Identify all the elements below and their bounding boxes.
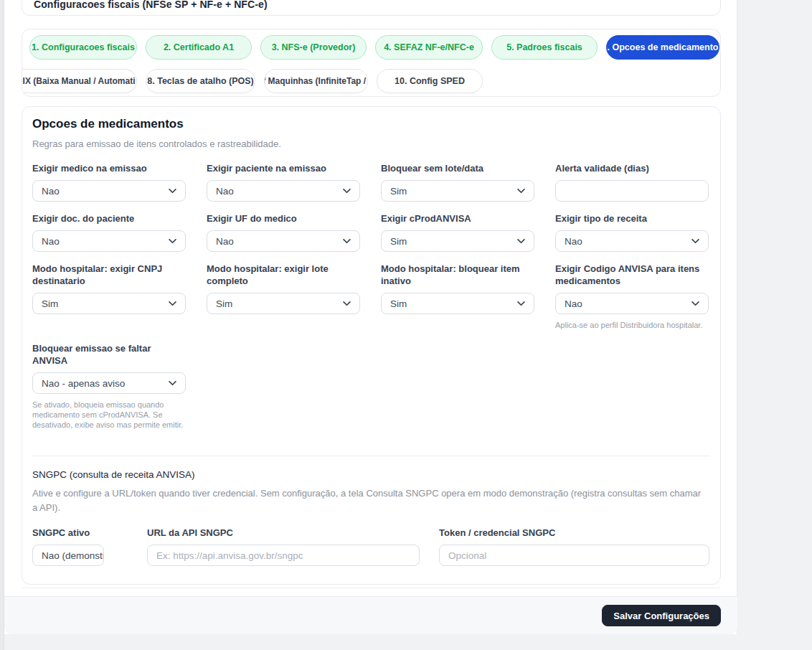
sngpc-token-input[interactable] [439,545,709,566]
section-divider [32,456,710,456]
field-helper: Se ativado, bloqueia emissao quando medi… [32,400,186,430]
select-exigir-paciente[interactable]: Nao [207,180,360,202]
tab-maquinhas-infinitetap[interactable]: af Maquinhas (InfiniteTap / S [264,69,368,93]
medications-options-card: Opcoes de medicamentos Regras para emiss… [22,106,721,585]
sngpc-fields-row: SNGPC ativo Nao (demonstra URL da API SN… [32,527,710,566]
field-exigir-doc-paciente: Exigir doc. do paciente Nao [32,212,186,252]
field-exigir-codigo-anvisa: Exigir Codigo ANVISA para itens medicame… [555,263,709,330]
chevron-down-icon [343,301,351,306]
chevron-down-icon [691,301,699,306]
chevron-down-icon [169,381,176,386]
field-bloquear-sem-lote: Bloquear sem lote/data Sim [381,162,534,202]
tab-row-1: 1. Configuracoes fiscais 2. Certificado … [29,35,713,60]
tab-teclas-atalho-pos[interactable]: 8. Teclas de atalho (POS) [146,69,255,93]
select-exigir-cprodanvisa[interactable]: Sim [381,230,534,252]
select-exigir-medico[interactable]: Nao [32,180,186,202]
chevron-down-icon [517,301,525,306]
tab-configuracoes-fiscais[interactable]: 1. Configuracoes fiscais [29,35,137,60]
select-bloquear-emissao-anvisa[interactable]: Nao - apenas aviso [32,372,186,394]
field-exigir-tipo-receita: Exigir tipo de receita Nao [555,212,709,252]
section-title: Opcoes de medicamentos [32,117,710,131]
select-bloquear-sem-lote[interactable]: Sim [381,180,534,202]
field-exigir-medico: Exigir medico na emissao Nao [32,162,186,202]
select-exigir-codigo-anvisa[interactable]: Nao [555,293,709,314]
select-exigir-uf-medico[interactable]: Nao [207,230,360,252]
field-sngpc-token: Token / credencial SNGPC [439,527,709,566]
section-subtitle: Regras para emissao de itens controlados… [32,138,710,149]
chevron-down-icon [517,239,525,244]
field-helper: Aplica-se ao perfil Distribuidora hospit… [555,320,709,330]
alerta-validade-input[interactable] [555,180,709,202]
tab-certificado-a1[interactable]: 2. Certificado A1 [146,35,252,60]
field-sngpc-url: URL da API SNGPC [147,527,420,566]
field-alerta-validade: Alerta validade (dias) [555,162,709,202]
chevron-down-icon [691,239,699,244]
select-hospitalar-cnpj[interactable]: Sim [32,293,186,314]
medication-options-grid: Exigir medico na emissao Nao Exigir paci… [32,162,710,330]
sngpc-section-description: Ative e configure a URL/token quando tiv… [32,486,707,515]
select-exigir-doc-paciente[interactable]: Nao [32,230,186,252]
select-hospitalar-item-inativo[interactable]: Sim [381,293,534,314]
select-sngpc-ativo[interactable]: Nao (demonstra [32,545,104,566]
field-exigir-uf-medico: Exigir UF do medico Nao [207,212,360,252]
tab-padroes-fiscais[interactable]: 5. Padroes fiscais [491,35,598,60]
chevron-down-icon [169,301,176,306]
page-title: Configuracoes fiscais (NFSe SP + NF-e + … [34,0,268,10]
chevron-down-icon [169,239,176,244]
tab-row-2: IX (Baixa Manual / Automati 8. Teclas de… [29,69,713,93]
chevron-down-icon [169,189,176,194]
tab-pix-baixa[interactable]: IX (Baixa Manual / Automati [22,69,137,93]
tab-config-sped[interactable]: 10. Config SPED [377,69,483,93]
sngpc-url-input[interactable] [147,545,420,566]
settings-panel: Configuracoes fiscais (NFSe SP + NF-e + … [4,0,737,634]
tab-sefaz-nfe-nfce[interactable]: 4. SEFAZ NF-e/NFC-e [375,35,483,60]
steps-tab-bar: 1. Configuracoes fiscais 2. Certificado … [22,29,721,97]
field-hospitalar-lote: Modo hospitalar: exigir lote completo Si… [207,263,360,330]
field-hospitalar-cnpj: Modo hospitalar: exigir CNPJ destinatari… [32,263,186,330]
field-exigir-cprodanvisa: Exigir cProdANVISA Sim [381,212,534,252]
tab-opcoes-medicamentos-active[interactable]: 6. Opcoes de medicamentos [606,35,719,60]
field-sngpc-ativo: SNGPC ativo Nao (demonstra [32,527,104,566]
chevron-down-icon [343,189,351,194]
field-exigir-paciente: Exigir paciente na emissao Nao [207,162,360,202]
select-exigir-tipo-receita[interactable]: Nao [555,230,709,252]
sngpc-section-title: SNGPC (consulta de receita ANVISA) [32,469,710,480]
field-bloquear-emissao-anvisa: Bloquear emissao se faltar ANVISA Nao - … [32,342,186,430]
field-hospitalar-item-inativo: Modo hospitalar: bloquear item inativo S… [381,263,534,330]
save-settings-button[interactable]: Salvar Configurações [602,605,721,626]
chevron-down-icon [343,239,351,244]
save-bar: Salvar Configurações [4,596,737,634]
chevron-down-icon [517,189,525,194]
page-header-card: Configuracoes fiscais (NFSe SP + NF-e + … [22,0,721,16]
tab-nfse-provedor[interactable]: 3. NFS-e (Provedor) [260,35,367,60]
select-hospitalar-lote[interactable]: Sim [207,293,360,314]
